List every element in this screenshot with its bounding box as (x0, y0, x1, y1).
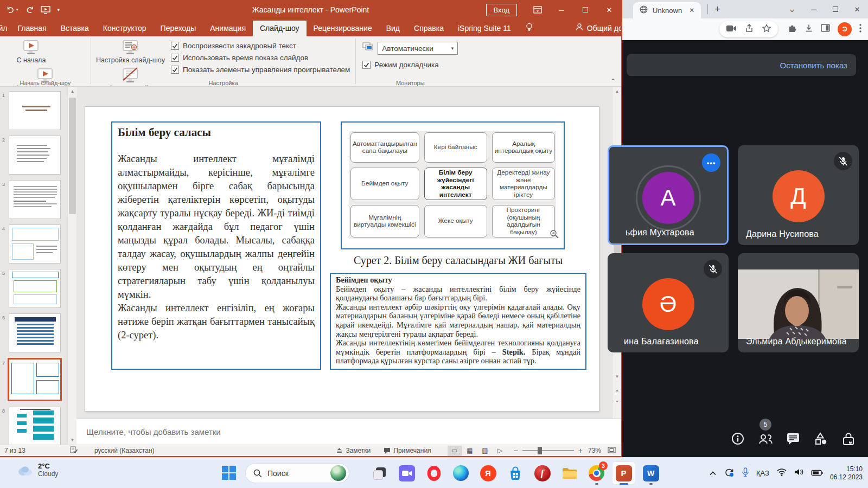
collapse-ribbon-icon[interactable]: ⌃ (610, 78, 616, 85)
meeting-details-icon[interactable] (729, 429, 747, 448)
redo-icon[interactable] (25, 6, 34, 14)
fit-slide-icon[interactable] (608, 447, 616, 455)
share-button[interactable]: Общий доступ (587, 24, 621, 33)
battery-icon[interactable] (811, 468, 823, 478)
weather-widget[interactable]: 2°C Cloudy (16, 462, 58, 478)
scroll-down-icon[interactable]: ▼ (612, 372, 622, 381)
slide-thumbnail-1[interactable]: 1 (9, 91, 61, 130)
notes-button[interactable]: Заметки (336, 447, 371, 454)
tab-file[interactable]: Файл (0, 21, 10, 36)
tab-1[interactable]: Главная (10, 21, 53, 36)
participant-tile-3[interactable]: Әина Балағазинова (608, 253, 729, 352)
slide-canvas[interactable]: Білім беру саласы Жасанды интеллект мұға… (85, 107, 599, 411)
taskbar-app-powerpoint[interactable]: P (612, 461, 635, 485)
reading-view-button[interactable]: ▥ (478, 446, 492, 456)
taskbar-app-opera[interactable] (422, 461, 445, 485)
minimize-button[interactable]: ─ (550, 0, 573, 20)
scroll-down-icon[interactable]: ▼ (68, 435, 77, 445)
tab-7[interactable]: Рецензирование (307, 21, 379, 36)
thumbnails-scrollbar[interactable]: ▲ ▼ (67, 87, 76, 445)
new-tab-button[interactable]: + (714, 4, 720, 15)
host-controls-lock-icon[interactable] (839, 429, 858, 448)
tab-5[interactable]: Анимация (203, 21, 253, 36)
zoom-out-button[interactable]: − (514, 446, 518, 455)
slide-thumbnail-5[interactable]: 5 (9, 269, 61, 308)
next-slide-button[interactable]: ⏷ (612, 397, 622, 406)
ribbon-checkbox-2[interactable]: Показать элементы управления проигрывате… (171, 66, 350, 74)
ribbon-button-setup-0[interactable]: Настройка слайд-шоу (93, 37, 168, 66)
participant-tile-4[interactable]: Эльмира Абдыкеримова (738, 253, 859, 352)
normal-view-button[interactable]: ▭ (448, 446, 462, 456)
slide-diagram[interactable]: Автоматтандырылған сапа бақылауыКері бай… (341, 121, 565, 249)
slide-textbox-adaptive[interactable]: Бейімдеп оқыту Бейімдеп оқыту – жасанды … (330, 273, 586, 370)
search-highlight-image[interactable] (330, 465, 346, 481)
zoom-level[interactable]: 73% (588, 447, 601, 454)
browser-close-button[interactable]: ✕ (846, 0, 868, 18)
taskbar-app-edge[interactable] (449, 461, 473, 485)
tab-8[interactable]: Вид (379, 21, 407, 36)
browser-minimize-button[interactable]: ─ (803, 0, 825, 18)
search-box[interactable]: Поиск (245, 463, 349, 483)
slideshow-view-button[interactable]: ▷ (493, 446, 507, 456)
taskbar-app-flash[interactable]: f (531, 461, 554, 485)
volume-icon[interactable] (794, 468, 804, 478)
start-button[interactable] (221, 465, 237, 483)
spellcheck-icon[interactable] (70, 446, 78, 455)
taskbar-app-store[interactable] (503, 461, 527, 485)
keyboard-language[interactable]: ҚАЗ (756, 469, 769, 477)
tab-capture-camera-icon[interactable] (726, 24, 736, 34)
presenter-mode-checkbox[interactable]: Режим докладчика (362, 61, 458, 69)
language-indicator[interactable]: русский (Казахстан) (94, 447, 155, 454)
tab-2[interactable]: Вставка (54, 21, 96, 36)
scroll-up-icon[interactable]: ▲ (68, 87, 77, 96)
slide-thumbnail-4[interactable]: 4 (9, 224, 61, 264)
tab-3[interactable]: Конструктор (96, 21, 154, 36)
taskbar-app-word[interactable]: W (639, 461, 662, 485)
tab-4[interactable]: Переходы (154, 21, 203, 36)
share-icon[interactable] (745, 24, 754, 35)
microphone-icon[interactable] (742, 467, 749, 479)
wifi-icon[interactable] (776, 468, 787, 478)
slide-thumbnail-6[interactable]: 6 (9, 313, 61, 352)
customize-qat-icon[interactable]: ▾ (58, 7, 60, 12)
participant-tile-2[interactable]: ДДарина Нусипова (738, 145, 859, 245)
download-icon[interactable] (805, 24, 813, 35)
monitor-select[interactable]: Автоматически▾ (378, 42, 458, 55)
taskbar-app-chrome-app[interactable]: 3 (585, 461, 608, 485)
scroll-up-icon[interactable]: ▲ (612, 87, 622, 96)
taskbar-app-task-view[interactable] (368, 461, 391, 485)
sync-icon[interactable] (724, 467, 735, 479)
ribbon-button-play-0[interactable]: С начала (0, 37, 88, 66)
maximize-button[interactable] (573, 0, 597, 20)
close-button[interactable]: ✕ (597, 0, 621, 20)
browser-tab[interactable]: Unknown ✕ (633, 2, 701, 18)
undo-icon[interactable]: ▾ (7, 6, 18, 14)
chat-icon[interactable] (784, 429, 802, 448)
clock[interactable]: 15:10 06.12.2023 (830, 465, 863, 481)
tab-6[interactable]: Слайд-шоу (253, 21, 307, 36)
zoom-in-button[interactable]: + (578, 446, 583, 455)
browser-maximize-button[interactable] (825, 0, 846, 18)
zoom-slider[interactable] (522, 450, 574, 451)
tab-9[interactable]: Справка (407, 21, 451, 36)
participants-icon[interactable] (756, 429, 775, 448)
slide-thumbnail-8[interactable]: 8 (9, 407, 61, 446)
slide-textbox-education[interactable]: Білім беру саласы Жасанды интеллект мұға… (111, 121, 321, 370)
slide-sorter-button[interactable]: ▦ (463, 446, 477, 456)
stop-presenting-button[interactable]: Остановить показ (780, 61, 847, 70)
tab-10[interactable]: iSpring Suite 11 (451, 21, 518, 36)
ribbon-display-options-icon[interactable] (526, 0, 550, 20)
ribbon-checkbox-1[interactable]: Использовать время показа слайдов (171, 54, 350, 62)
side-panel-icon[interactable] (821, 24, 830, 34)
ribbon-checkbox-0[interactable]: Воспроизвести закадровый текст (171, 42, 350, 50)
slide-thumbnail-7[interactable]: 7 (8, 358, 62, 401)
slide-thumbnail-2[interactable]: 2 (9, 136, 61, 175)
slide-thumbnail-3[interactable]: 3 (9, 180, 61, 219)
activities-icon[interactable] (812, 429, 830, 448)
taskbar-app-meet-app[interactable] (395, 461, 418, 485)
signin-button[interactable]: Вход (486, 4, 517, 16)
extensions-puzzle-icon[interactable] (788, 23, 797, 35)
bookmark-star-icon[interactable] (762, 24, 771, 35)
start-slideshow-icon[interactable] (41, 6, 50, 14)
hidden-icons-chevron[interactable] (709, 468, 717, 478)
